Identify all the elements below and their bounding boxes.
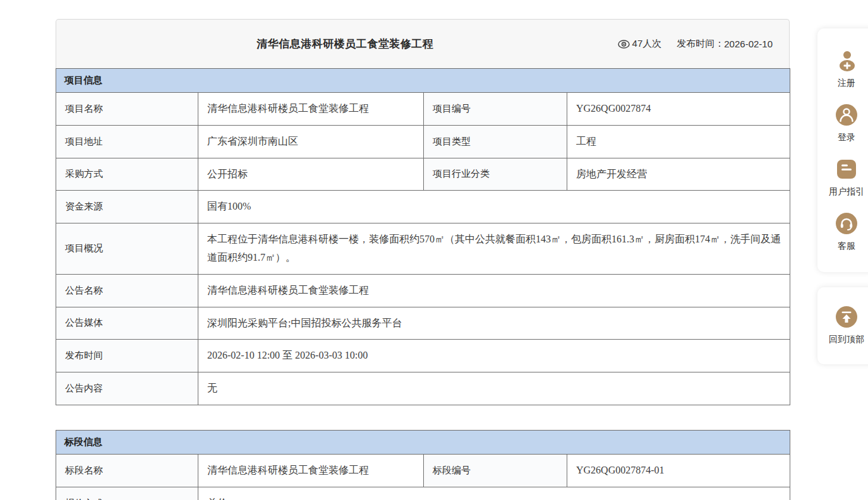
table-row: 项目概况本工程位于清华信息港科研楼一楼，装修面积约570㎡（其中公共就餐面积14…: [56, 223, 790, 275]
user-guide-icon: [835, 157, 859, 181]
login-icon: [835, 103, 859, 127]
field-value: 深圳阳光采购平台;中国招投标公共服务平台: [198, 307, 790, 340]
field-value: 无: [198, 372, 790, 405]
back-to-top-icon: [835, 305, 859, 329]
project-info-table: 项目信息 项目名称清华信息港科研楼员工食堂装修工程项目编号YG26QG00278…: [56, 68, 790, 405]
field-label: 项目地址: [56, 125, 198, 158]
field-value: 本工程位于清华信息港科研楼一楼，装修面积约570㎡（其中公共就餐面积143㎡，包…: [198, 223, 790, 275]
table-row: 资金来源国有100%: [56, 191, 790, 223]
field-label: 标段编号: [424, 454, 567, 487]
back-to-top-panel: 回到顶部: [817, 287, 868, 364]
sidebar-item-register[interactable]: 注册: [817, 44, 868, 98]
view-count-text: 47人次: [632, 38, 662, 50]
back-to-top-label: 回到顶部: [829, 334, 864, 345]
field-label: 项目行业分类: [424, 158, 567, 191]
field-label: 项目类型: [424, 125, 567, 158]
table-row: 报价方式总价: [56, 487, 790, 500]
table-row: 项目名称清华信息港科研楼员工食堂装修工程项目编号YG26QG0027874: [56, 93, 790, 126]
field-label: 标段名称: [56, 454, 198, 487]
customer-service-icon: [835, 211, 859, 235]
field-label: 报价方式: [56, 487, 198, 500]
field-value: 清华信息港科研楼员工食堂装修工程: [198, 93, 424, 126]
notice-header: 清华信息港科研楼员工食堂装修工程 47人次 发布时间： 2026-02-10: [56, 19, 790, 68]
field-label: 项目概况: [56, 223, 198, 275]
publish-time-label: 发布时间：: [677, 38, 724, 50]
project-info-title: 项目信息: [56, 69, 790, 93]
page-title: 清华信息港科研楼员工食堂装修工程: [73, 37, 618, 51]
floating-sidebar: 注册 登录 用户指引: [817, 28, 868, 272]
field-value: 广东省深圳市南山区: [198, 125, 424, 158]
field-label: 发布时间: [56, 340, 198, 372]
field-value: YG26QG0027874-01: [567, 454, 790, 487]
eye-icon: [618, 40, 630, 49]
sidebar-item-customer-service[interactable]: 客服: [817, 206, 868, 261]
sidebar-item-label: 用户指引: [829, 186, 864, 198]
field-value: 工程: [567, 125, 790, 158]
field-value: 2026-02-10 12:00 至 2026-03-03 10:00: [198, 340, 790, 372]
field-value: 清华信息港科研楼员工食堂装修工程: [198, 274, 790, 307]
section-info-title: 标段信息: [56, 430, 790, 454]
sidebar-item-label: 登录: [838, 132, 855, 143]
field-label: 采购方式: [56, 158, 198, 191]
section-info-table: 标段信息 标段名称清华信息港科研楼员工食堂装修工程标段编号YG26QG00278…: [56, 430, 790, 500]
field-value: 总价: [198, 487, 790, 500]
field-label: 资金来源: [56, 191, 198, 223]
table-row: 项目地址广东省深圳市南山区项目类型工程: [56, 125, 790, 158]
main-content: 清华信息港科研楼员工食堂装修工程 47人次 发布时间： 2026-02-10 项…: [56, 19, 790, 500]
sidebar-item-login[interactable]: 登录: [817, 98, 868, 152]
field-value: YG26QG0027874: [567, 93, 790, 126]
header-stats: 47人次 发布时间： 2026-02-10: [618, 38, 773, 50]
publish-time: 发布时间： 2026-02-10: [677, 38, 773, 50]
view-count: 47人次: [618, 38, 662, 50]
publish-time-value: 2026-02-10: [724, 39, 773, 49]
field-value: 房地产开发经营: [567, 158, 790, 191]
field-value: 清华信息港科研楼员工食堂装修工程: [198, 454, 424, 487]
field-value: 国有100%: [198, 191, 790, 223]
sidebar-item-user-guide[interactable]: 用户指引: [817, 152, 868, 206]
table-gap: [56, 405, 790, 430]
field-label: 公告内容: [56, 372, 198, 405]
field-label: 公告名称: [56, 274, 198, 307]
field-label: 项目名称: [56, 93, 198, 126]
sidebar-item-label: 客服: [838, 241, 855, 252]
table-row: 发布时间2026-02-10 12:00 至 2026-03-03 10:00: [56, 340, 790, 372]
table-row: 公告媒体深圳阳光采购平台;中国招投标公共服务平台: [56, 307, 790, 340]
back-to-top-button[interactable]: 回到顶部: [817, 300, 868, 354]
sidebar-item-label: 注册: [838, 78, 855, 89]
field-label: 公告媒体: [56, 307, 198, 340]
register-icon: [835, 49, 859, 73]
table-row: 标段名称清华信息港科研楼员工食堂装修工程标段编号YG26QG0027874-01: [56, 454, 790, 487]
field-value: 公开招标: [198, 158, 424, 191]
field-label: 项目编号: [424, 93, 567, 126]
table-row: 公告内容无: [56, 372, 790, 405]
table-row: 公告名称清华信息港科研楼员工食堂装修工程: [56, 274, 790, 307]
table-row: 采购方式公开招标项目行业分类房地产开发经营: [56, 158, 790, 191]
